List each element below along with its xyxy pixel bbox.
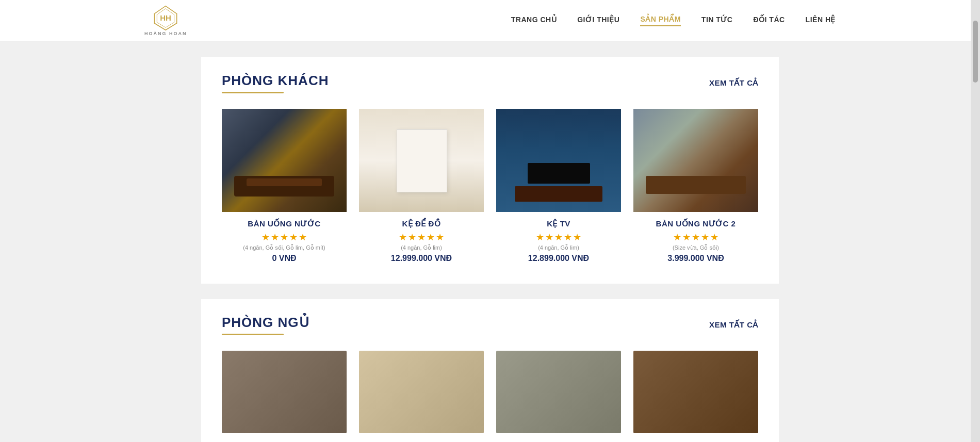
product-name-ke-de-do: KỆ ĐỂ ĐỒ: [402, 219, 441, 228]
section-title-wrapper-ngu: PHÒNG NGỦ: [222, 315, 309, 335]
section-phong-ngu: PHÒNG NGỦ XEM TẤT CẢ: [201, 299, 779, 442]
section-title-underline-ngu: [222, 334, 284, 335]
nav-doi-tac[interactable]: ĐỐI TÁC: [753, 15, 785, 26]
product-price-ke-tv: 12.899.000 VNĐ: [528, 254, 589, 263]
star-4: ★: [427, 232, 435, 243]
product-card-ban-uong-nuoc-2[interactable]: BÀN UỐNG NƯỚC 2 ★ ★ ★ ★ ★ (Size vừa, Gỗ …: [633, 109, 758, 263]
logo[interactable]: HH HOÀNG HOAN: [144, 5, 187, 36]
bedroom-card-4[interactable]: [633, 351, 758, 433]
product-stars-3: ★ ★ ★ ★ ★: [536, 232, 581, 243]
product-card-ke-tv[interactable]: KỆ TV ★ ★ ★ ★ ★ (4 ngăn, Gỗ lim) 12.899.…: [496, 109, 621, 263]
star-1: ★: [399, 232, 407, 243]
product-card-ke-de-do[interactable]: KỆ ĐỂ ĐỒ ★ ★ ★ ★ ★ (4 ngăn, Gỗ lim) 12.9…: [359, 109, 484, 263]
star-1: ★: [673, 232, 681, 243]
product-card-ban-uong-nuoc[interactable]: BÀN UỐNG NƯỚC ★ ★ ★ ★ ★ (4 ngăn, Gỗ sồi,…: [222, 109, 347, 263]
product-image-ke-de-do: [359, 109, 484, 212]
product-variants-ke-tv: (4 ngăn, Gỗ lim): [538, 244, 579, 251]
product-variants-ke-de-do: (4 ngăn, Gỗ lim): [401, 244, 442, 251]
section-phong-khach: PHÒNG KHÁCH XEM TẤT CẢ BÀN UỐNG NƯỚC ★ ★…: [201, 57, 779, 284]
star-1: ★: [536, 232, 544, 243]
nav-lien-he[interactable]: LIÊN HỆ: [806, 15, 836, 26]
product-price-ban-uong-nuoc-2: 3.999.000 VNĐ: [667, 254, 724, 263]
nav-trang-chu[interactable]: TRANG CHỦ: [511, 15, 557, 26]
scrollbar[interactable]: [971, 0, 980, 442]
section-title-phong-khach: PHÒNG KHÁCH: [222, 73, 329, 89]
star-4: ★: [701, 232, 709, 243]
star-2: ★: [271, 232, 279, 243]
product-image-ke-tv: [496, 109, 621, 212]
product-name-ban-uong-nuoc: BÀN UỐNG NƯỚC: [248, 219, 320, 228]
star-5: ★: [573, 232, 581, 243]
product-price-ke-de-do: 12.999.000 VNĐ: [391, 254, 452, 263]
section-header-phong-ngu: PHÒNG NGỦ XEM TẤT CẢ: [222, 315, 758, 335]
section-title-wrapper: PHÒNG KHÁCH: [222, 73, 329, 93]
star-5: ★: [436, 232, 444, 243]
product-variants-ban-uong-nuoc: (4 ngăn, Gỗ sồi, Gỗ lim, Gỗ mít): [243, 244, 325, 251]
star-2: ★: [408, 232, 416, 243]
see-all-phong-khach[interactable]: XEM TẤT CẢ: [709, 78, 758, 88]
star-3: ★: [280, 232, 288, 243]
star-5: ★: [710, 232, 718, 243]
svg-text:HH: HH: [160, 13, 171, 22]
star-1: ★: [262, 232, 270, 243]
product-variants-ban-uong-nuoc-2: (Size vừa, Gỗ sồi): [673, 244, 719, 251]
product-image-ban-uong-nuoc: [222, 109, 347, 212]
main-content: PHÒNG KHÁCH XEM TẤT CẢ BÀN UỐNG NƯỚC ★ ★…: [191, 57, 789, 442]
star-2: ★: [545, 232, 553, 243]
star-5: ★: [299, 232, 307, 243]
product-image-ban-uong-nuoc-2: [633, 109, 758, 212]
product-stars-2: ★ ★ ★ ★ ★: [399, 232, 444, 243]
product-name-ban-uong-nuoc-2: BÀN UỐNG NƯỚC 2: [656, 219, 736, 228]
star-2: ★: [682, 232, 691, 243]
product-grid-phong-khach: BÀN UỐNG NƯỚC ★ ★ ★ ★ ★ (4 ngăn, Gỗ sồi,…: [222, 109, 758, 263]
star-3: ★: [417, 232, 426, 243]
bedroom-preview-grid: [222, 351, 758, 433]
nav-san-pham[interactable]: SẢN PHẨM: [640, 15, 680, 26]
bedroom-card-2[interactable]: [359, 351, 484, 433]
header: HH HOÀNG HOAN TRANG CHỦ GIỚI THIỆU SẢN P…: [0, 0, 980, 42]
see-all-phong-ngu[interactable]: XEM TẤT CẢ: [709, 320, 758, 330]
star-3: ★: [554, 232, 563, 243]
nav-gioi-thieu[interactable]: GIỚI THIỆU: [577, 15, 619, 26]
section-title-underline: [222, 92, 284, 93]
bedroom-card-3[interactable]: [496, 351, 621, 433]
logo-text: HOÀNG HOAN: [144, 31, 187, 36]
star-4: ★: [564, 232, 572, 243]
star-3: ★: [692, 232, 700, 243]
logo-icon: HH: [153, 5, 178, 31]
product-name-ke-tv: KỆ TV: [547, 219, 570, 228]
scrollbar-thumb[interactable]: [973, 21, 978, 83]
main-nav: TRANG CHỦ GIỚI THIỆU SẢN PHẨM TIN TỨC ĐỐ…: [511, 15, 836, 26]
section-title-phong-ngu: PHÒNG NGỦ: [222, 315, 309, 331]
product-stars-4: ★ ★ ★ ★ ★: [673, 232, 718, 243]
nav-tin-tuc[interactable]: TIN TỨC: [701, 15, 733, 26]
section-header-phong-khach: PHÒNG KHÁCH XEM TẤT CẢ: [222, 73, 758, 93]
star-4: ★: [289, 232, 298, 243]
bedroom-card-1[interactable]: [222, 351, 347, 433]
product-stars-1: ★ ★ ★ ★ ★: [262, 232, 307, 243]
product-price-ban-uong-nuoc: 0 VNĐ: [272, 254, 296, 263]
